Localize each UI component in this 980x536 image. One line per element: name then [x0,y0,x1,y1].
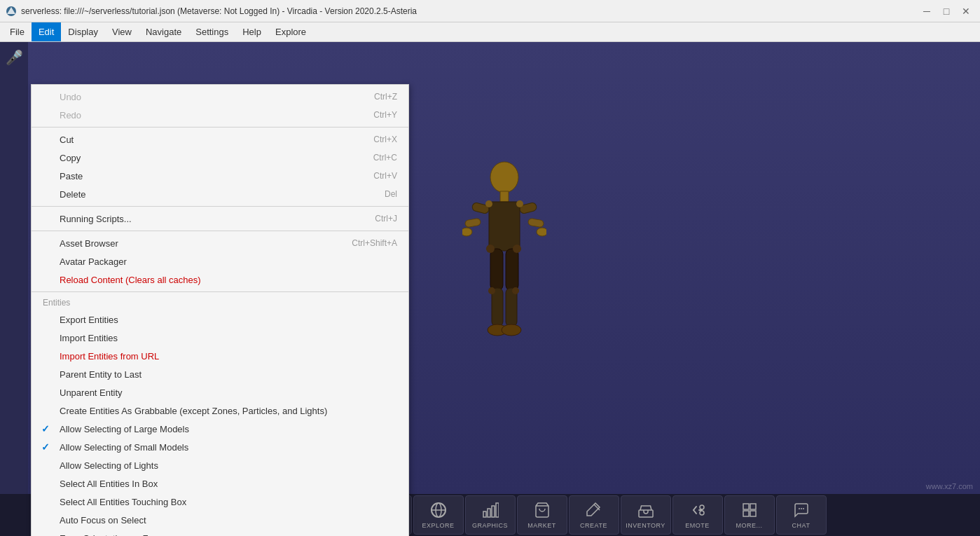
menu-item-allow-small-models[interactable]: ✓ Allow Selecting of Small Models [32,438,408,456]
svg-point-20 [513,245,521,253]
create-entities-grabbable-label: Create Entities As Grabbable (except Zon… [60,406,327,416]
mic-icon[interactable]: 🎤 [6,49,23,66]
svg-point-2 [490,162,518,193]
svg-rect-4 [489,202,520,251]
menu-item-auto-focus[interactable]: Auto Focus on Select [32,511,408,529]
allow-lights-label: Allow Selecting of Lights [60,460,158,471]
export-entities-label: Export Entities [60,315,118,325]
menu-item-copy[interactable]: Copy Ctrl+C [32,149,408,167]
menu-item-select-touching-box[interactable]: Select All Entities Touching Box [32,493,408,511]
svg-rect-14 [506,249,518,291]
toolbar-btn-inventory[interactable]: INVENTORY [621,495,671,535]
svg-point-18 [516,200,523,207]
paste-label: Paste [60,171,83,181]
market-label: MARKET [527,522,556,529]
svg-point-49 [799,508,800,509]
menu-item-cut[interactable]: Cut Ctrl+X [32,130,408,149]
svg-point-7 [462,228,472,236]
minimize-button[interactable]: ─ [918,3,935,20]
svg-rect-38 [492,506,495,517]
toolbar-btn-graphics[interactable]: GRAPHICS [465,495,516,535]
title-text: serverless: file:///~/serverless/tutoria… [21,6,918,16]
svg-line-41 [594,504,600,510]
graphics-label: GRAPHICS [472,522,508,529]
menu-bar: File Edit Display View Navigate Settings… [0,22,980,42]
create-icon [586,502,602,521]
menu-item-unparent-entity[interactable]: Unparent Entity [32,383,408,401]
menu-item-paste[interactable]: Paste Ctrl+V [32,167,408,185]
menu-item-import-entities[interactable]: Import Entities [32,329,408,347]
import-entities-url-label: Import Entities from URL [60,351,159,362]
menu-file[interactable]: File [3,22,32,41]
menu-item-asset-browser[interactable]: Asset Browser Ctrl+Shift+A [32,234,408,252]
toolbar-btn-chat[interactable]: CHAT [776,495,827,535]
small-models-checkmark: ✓ [41,441,50,453]
menu-item-delete[interactable]: Delete Del [32,185,408,203]
menu-view[interactable]: View [105,22,139,41]
menu-item-allow-lights[interactable]: Allow Selecting of Lights [32,456,408,474]
menu-item-select-in-box[interactable]: Select All Entities In Box [32,474,408,493]
menu-item-parent-entity[interactable]: Parent Entity to Last [32,365,408,383]
auto-focus-label: Auto Focus on Select [60,515,146,525]
redo-label: Redo [60,110,81,121]
asset-browser-label: Asset Browser [60,238,118,249]
copy-label: Copy [60,153,81,163]
chat-icon [793,502,810,521]
svg-rect-37 [488,509,490,517]
more-icon [741,502,758,521]
toolbar-btn-market[interactable]: MARKET [517,495,567,535]
menu-item-allow-large-models[interactable]: ✓ Allow Selecting of Large Models [32,420,408,438]
menu-item-export-entities[interactable]: Export Entities [32,310,408,329]
close-button[interactable]: ✕ [958,3,974,20]
svg-point-10 [537,228,546,236]
menu-item-import-entities-url[interactable]: Import Entities from URL [32,347,408,365]
select-in-box-label: Select All Entities In Box [60,479,158,489]
undo-shortcut: Ctrl+Z [374,92,397,102]
svg-rect-6 [464,218,481,228]
unparent-entity-label: Unparent Entity [60,387,123,398]
svg-point-50 [801,508,802,509]
menu-explore[interactable]: Explore [268,22,313,41]
menu-item-reload-content[interactable]: Reload Content (Clears all caches) [32,270,408,289]
create-label: CREATE [580,522,607,529]
delete-label: Delete [60,189,86,200]
svg-point-19 [486,245,495,253]
menu-item-avatar-packager[interactable]: Avatar Packager [32,252,408,270]
menu-settings[interactable]: Settings [188,22,235,41]
toolbar-btn-more[interactable]: MORE... [724,495,775,535]
menu-item-running-scripts[interactable]: Running Scripts... Ctrl+J [32,209,408,228]
toolbar-btn-explore[interactable]: EXPLORE [413,495,464,535]
running-scripts-shortcut: Ctrl+J [375,214,397,224]
menu-item-undo[interactable]: Undo Ctrl+Z [32,88,408,106]
entities-section-label: Entities [32,295,408,310]
svg-point-43 [700,505,704,509]
separator-4 [32,291,408,292]
menu-display[interactable]: Display [61,22,105,41]
svg-rect-47 [743,511,749,516]
svg-rect-3 [500,191,509,202]
parent-entity-label: Parent Entity to Last [60,369,142,380]
menu-edit[interactable]: Edit [32,22,61,41]
delete-shortcut: Del [385,189,397,199]
svg-point-21 [488,287,495,294]
svg-point-16 [502,324,521,336]
more-label: MORE... [736,522,762,529]
separator-2 [32,206,408,207]
separator-3 [32,231,408,231]
ease-orientation-label: Ease Orientation on Focus [60,533,167,537]
emote-icon [689,502,706,521]
reload-content-label: Reload Content (Clears all caches) [60,275,201,285]
svg-point-44 [700,511,704,515]
menu-help[interactable]: Help [235,22,268,41]
menu-item-redo[interactable]: Redo Ctrl+Y [32,106,408,124]
inventory-icon [637,502,654,521]
menu-item-create-entities-grabbable[interactable]: Create Entities As Grabbable (except Zon… [32,401,408,420]
toolbar-btn-create[interactable]: CREATE [569,495,619,535]
separator-1 [32,127,408,128]
maximize-button[interactable]: □ [938,3,955,20]
menu-item-ease-orientation[interactable]: Ease Orientation on Focus [32,529,408,536]
svg-point-17 [485,200,492,207]
toolbar-btn-emote[interactable]: EMOTE [672,495,723,535]
market-icon [534,502,551,521]
menu-navigate[interactable]: Navigate [139,22,188,41]
